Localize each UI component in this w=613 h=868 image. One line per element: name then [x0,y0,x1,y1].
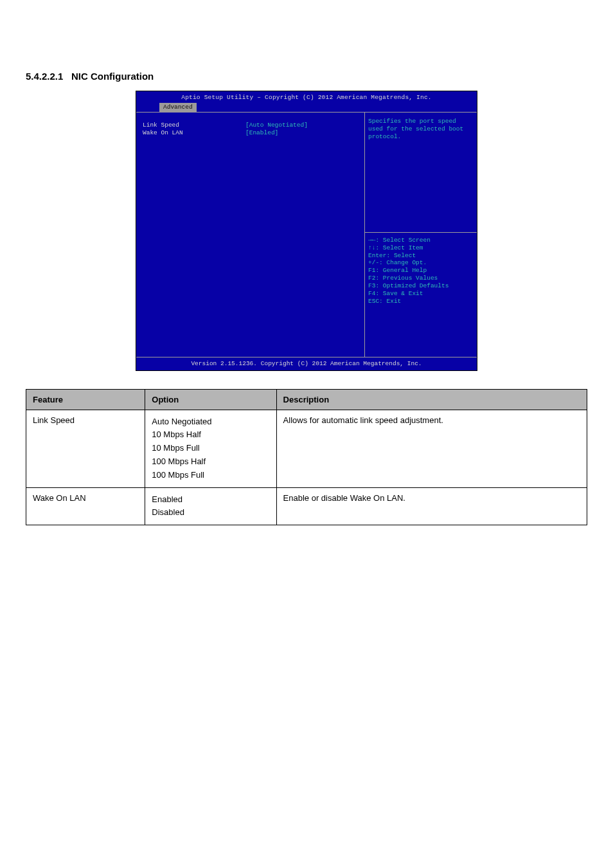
col-description: Description [276,389,587,410]
cell-feature: Link Speed [26,410,145,487]
setting-row-link-speed[interactable]: Link Speed [Auto Negotiated] [143,122,358,129]
cell-description: Allows for automatic link speed adjustme… [276,410,587,487]
option-item: 100 Mbps Half [152,457,206,466]
option-item: 10 Mbps Half [152,429,201,439]
bios-window: Aptio Setup Utility – Copyright (C) 2012… [136,91,477,371]
key-help-line: F1: General Help [368,267,474,275]
cell-options: Enabled Disabled [145,487,276,525]
section-title: NIC Configuration [71,71,154,82]
bios-body: Link Speed [Auto Negotiated] Wake On LAN… [136,112,477,357]
bios-key-help: →←: Select Screen ↑↓: Select Item Enter:… [365,232,477,357]
table-row: Link Speed Auto Negotiated 10 Mbps Half … [26,410,587,487]
setting-label: Link Speed [143,122,245,129]
settings-table: Feature Option Description Link Speed Au… [26,389,587,526]
tab-advanced[interactable]: Advanced [159,103,197,112]
bios-settings-pane: Link Speed [Auto Negotiated] Wake On LAN… [136,113,364,357]
cell-description: Enable or disable Wake On LAN. [276,487,587,525]
option-item: 10 Mbps Full [152,443,199,453]
setting-value: [Enabled] [245,129,278,137]
bios-footer: Version 2.15.1236. Copyright (C) 2012 Am… [136,357,477,370]
table-row: Wake On LAN Enabled Disabled Enable or d… [26,487,587,525]
key-help-line: →←: Select Screen [368,237,474,244]
section-number: 5.4.2.2.1 [26,71,63,82]
setting-row-wake-on-lan[interactable]: Wake On LAN [Enabled] [143,129,358,137]
cell-options: Auto Negotiated 10 Mbps Half 10 Mbps Ful… [145,410,276,487]
cell-feature: Wake On LAN [26,487,145,525]
option-item: Enabled [152,494,182,504]
table-header-row: Feature Option Description [26,389,587,410]
col-option: Option [145,389,276,410]
bios-help-pane: Specifies the port speed used for the se… [364,113,477,357]
key-help-line: ↑↓: Select Item [368,244,474,252]
key-help-line: ESC: Exit [368,298,474,305]
bios-title-bar: Aptio Setup Utility – Copyright (C) 2012… [136,91,477,103]
section-heading: 5.4.2.2.1 NIC Configuration [26,71,587,82]
bios-help-text: Specifies the port speed used for the se… [365,113,477,232]
bios-tab-strip: Advanced [136,103,477,112]
key-help-line: +/-: Change Opt. [368,259,474,267]
option-item: 100 Mbps Full [152,470,204,480]
key-help-line: Enter: Select [368,252,474,260]
option-item: Auto Negotiated [152,417,211,426]
key-help-line: F2: Previous Values [368,275,474,282]
setting-label: Wake On LAN [143,129,245,137]
setting-value: [Auto Negotiated] [245,122,308,129]
key-help-line: F3: Optimized Defaults [368,282,474,290]
option-item: Disabled [152,507,184,517]
col-feature: Feature [26,389,145,410]
key-help-line: F4: Save & Exit [368,290,474,298]
